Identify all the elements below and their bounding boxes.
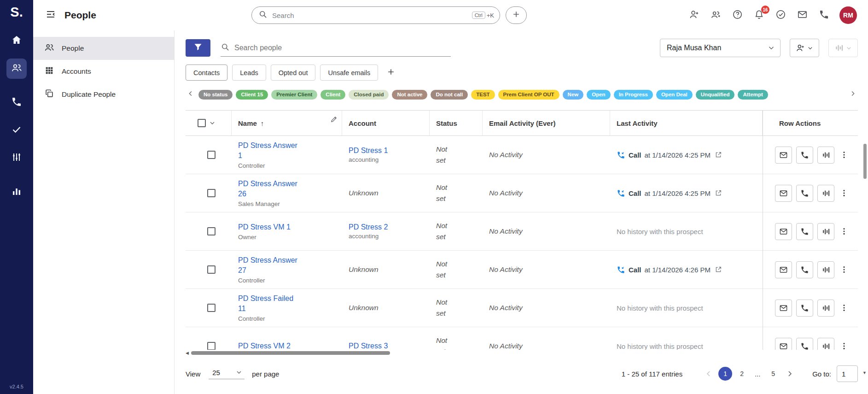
add-group-button[interactable]: [710, 9, 722, 21]
status-chip[interactable]: Unqualified: [696, 90, 735, 100]
call-action-button[interactable]: [796, 261, 813, 278]
status-chip[interactable]: Client: [320, 90, 345, 100]
cadence-action-button[interactable]: [817, 300, 834, 317]
status-chip[interactable]: Open: [587, 90, 610, 100]
email-action-button[interactable]: [775, 147, 792, 164]
page-button-2[interactable]: 2: [735, 367, 749, 381]
add-person-button[interactable]: [688, 9, 700, 21]
person-name-link[interactable]: PD Stress Failed 11: [238, 294, 300, 313]
row-checkbox[interactable]: [207, 304, 216, 312]
sort-asc-icon[interactable]: ↑: [261, 119, 264, 127]
row-checkbox[interactable]: [207, 151, 216, 159]
goto-page-input[interactable]: [837, 365, 858, 382]
tab-contacts[interactable]: Contacts: [186, 65, 227, 81]
open-in-new-icon[interactable]: [715, 266, 722, 273]
chips-scroll-left-button[interactable]: [186, 89, 196, 100]
owner-filter-select[interactable]: Raja Musa Khan: [660, 39, 781, 57]
status-chip[interactable]: Do not call: [431, 90, 468, 100]
tab-leads[interactable]: Leads: [232, 65, 266, 81]
edit-columns-button[interactable]: [330, 115, 338, 124]
rail-item-analytics[interactable]: [6, 182, 27, 202]
scroll-left-arrow-icon[interactable]: ◀: [186, 351, 189, 355]
account-link[interactable]: PD Stress 2: [349, 223, 423, 231]
email-action-button[interactable]: [775, 261, 792, 278]
header-name[interactable]: Name ↑: [232, 111, 342, 135]
open-in-new-icon[interactable]: [715, 151, 722, 159]
chevron-down-icon[interactable]: [209, 119, 216, 127]
cadence-action-button[interactable]: [817, 185, 834, 202]
row-checkbox[interactable]: [207, 265, 216, 274]
row-checkbox[interactable]: [207, 227, 216, 235]
rail-item-tasks[interactable]: [6, 120, 27, 141]
horizontal-scrollbar[interactable]: ◀: [186, 351, 858, 355]
tab-unsafe-emails[interactable]: Unsafe emails: [320, 65, 378, 81]
status-chip[interactable]: Attempt: [738, 90, 768, 100]
rail-item-phone[interactable]: [6, 93, 27, 113]
email-button[interactable]: [796, 9, 808, 21]
prev-page-button[interactable]: [702, 367, 716, 381]
person-name-link[interactable]: PD Stress Answer 27: [238, 255, 300, 275]
row-checkbox[interactable]: [207, 189, 216, 197]
page-button-1[interactable]: 1: [718, 367, 732, 381]
notifications-button[interactable]: 16: [753, 9, 765, 21]
account-link[interactable]: PD Stress 1: [349, 147, 423, 155]
sidebar-item-people[interactable]: People: [33, 37, 174, 60]
person-name-link[interactable]: PD Stress Answer 26: [238, 179, 300, 199]
email-action-button[interactable]: [775, 223, 792, 240]
sidebar-item-duplicate-people[interactable]: Duplicate People: [33, 83, 174, 106]
page-button-5[interactable]: 5: [766, 367, 780, 381]
status-chip[interactable]: Client 15: [236, 90, 268, 100]
vertical-scrollbar-thumb[interactable]: [863, 144, 867, 179]
rail-item-home[interactable]: [6, 31, 27, 51]
row-menu-button[interactable]: [839, 223, 850, 240]
select-all-checkbox[interactable]: [198, 119, 206, 127]
rail-item-people[interactable]: [6, 59, 27, 79]
person-name-link[interactable]: PD Stress VM 1: [238, 222, 300, 232]
row-menu-button[interactable]: [839, 338, 850, 350]
sidebar-item-accounts[interactable]: Accounts: [33, 60, 174, 83]
global-search-input[interactable]: [272, 12, 472, 19]
cadence-action-button[interactable]: [817, 338, 834, 350]
account-link[interactable]: PD Stress 3: [349, 342, 423, 350]
vertical-scrollbar[interactable]: ▼: [863, 141, 867, 376]
person-name-link[interactable]: PD Stress VM 2: [238, 341, 300, 350]
tasks-button[interactable]: [775, 9, 786, 21]
call-action-button[interactable]: [796, 147, 813, 164]
global-search[interactable]: Ctrl +K: [251, 6, 500, 24]
email-action-button[interactable]: [775, 300, 792, 317]
row-menu-button[interactable]: [839, 261, 850, 278]
horizontal-scrollbar-thumb[interactable]: [191, 351, 390, 355]
status-chip[interactable]: New: [563, 90, 584, 100]
call-action-button[interactable]: [796, 223, 813, 240]
add-person-dropdown-button[interactable]: [790, 39, 819, 57]
cadence-action-button[interactable]: [817, 223, 834, 240]
help-button[interactable]: [731, 9, 743, 21]
filter-button[interactable]: [186, 39, 210, 57]
row-menu-button[interactable]: [839, 300, 850, 317]
menu-toggle-button[interactable]: [42, 7, 59, 24]
dialer-button[interactable]: [818, 9, 830, 21]
row-menu-button[interactable]: [839, 147, 850, 164]
status-chip[interactable]: Not active: [392, 90, 427, 100]
rail-item-cadence[interactable]: [6, 148, 27, 168]
call-action-button[interactable]: [796, 338, 813, 350]
add-to-cadence-dropdown-button[interactable]: [828, 39, 858, 57]
open-in-new-icon[interactable]: [715, 189, 722, 197]
email-action-button[interactable]: [775, 185, 792, 202]
status-chip[interactable]: Open Deal: [656, 90, 693, 100]
status-chip[interactable]: In Progress: [614, 90, 653, 100]
people-search-input[interactable]: [234, 44, 451, 52]
status-chip[interactable]: TEST: [471, 90, 495, 100]
cadence-action-button[interactable]: [817, 147, 834, 164]
cadence-action-button[interactable]: [817, 261, 834, 278]
global-add-button[interactable]: [506, 6, 527, 24]
status-chip[interactable]: Closed paid: [349, 90, 389, 100]
person-name-link[interactable]: PD Stress Answer 1: [238, 141, 300, 160]
email-action-button[interactable]: [775, 338, 792, 350]
people-search[interactable]: [221, 39, 451, 57]
row-menu-button[interactable]: [839, 185, 850, 202]
add-tab-button[interactable]: [383, 65, 399, 81]
row-checkbox[interactable]: [207, 342, 216, 350]
call-action-button[interactable]: [796, 300, 813, 317]
status-chip[interactable]: Prem Client OP OUT: [498, 90, 559, 100]
